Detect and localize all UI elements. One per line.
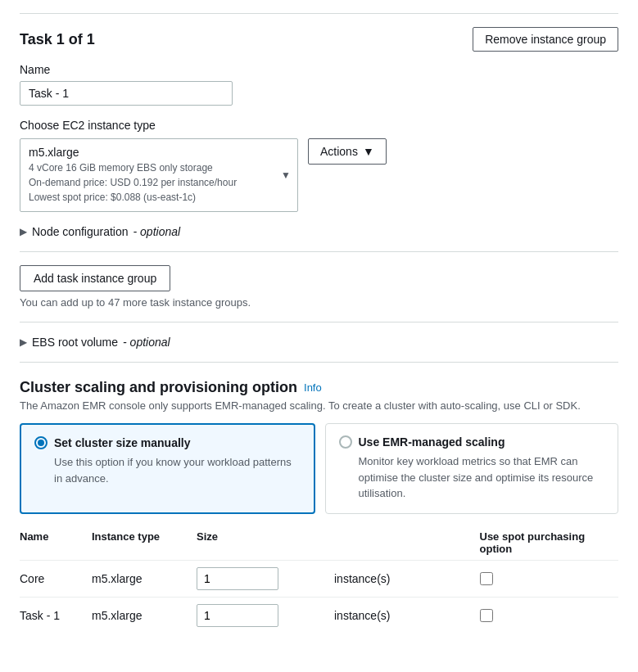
- col-instance-type-header: Instance type: [92, 530, 190, 555]
- task-title: Task 1 of 1: [20, 31, 95, 48]
- table-row: Core m5.xlarge instance(s): [20, 560, 618, 597]
- task1-size-input[interactable]: [197, 604, 278, 627]
- emr-managed-scaling-header: Use EMR-managed scaling: [339, 435, 605, 449]
- cluster-description: The Amazon EMR console only supports EMR…: [20, 399, 618, 412]
- ebs-label: EBS root volume: [32, 336, 118, 349]
- task1-instance-type: m5.xlarge: [92, 609, 190, 622]
- ec2-dropdown-arrow-icon: ▼: [281, 169, 291, 181]
- emr-managed-scaling-desc: Monitor key workload metrics so that EMR…: [359, 453, 605, 502]
- emr-managed-scaling-radio[interactable]: [339, 435, 352, 449]
- section-divider-2: [20, 322, 618, 322]
- set-cluster-size-desc: Use this option if you know your workloa…: [54, 454, 301, 486]
- set-cluster-size-radio[interactable]: [34, 436, 48, 449]
- core-instances-label: instance(s): [334, 572, 473, 585]
- core-name: Core: [20, 572, 85, 585]
- node-config-label: Node configuration: [32, 225, 129, 238]
- ebs-arrow-icon: ▶: [20, 336, 27, 348]
- core-size-cell: [197, 567, 328, 590]
- cluster-title: Cluster scaling and provisioning option: [20, 379, 297, 396]
- name-label: Name: [20, 63, 618, 76]
- task-header: Task 1 of 1 Remove instance group: [20, 27, 618, 52]
- name-input[interactable]: [20, 81, 233, 106]
- ebs-optional: - optional: [123, 336, 170, 349]
- set-cluster-size-label: Set cluster size manually: [54, 436, 191, 449]
- node-config-arrow-icon: ▶: [20, 226, 27, 237]
- name-field-container: Name: [20, 63, 618, 106]
- remove-instance-group-button[interactable]: Remove instance group: [473, 27, 618, 52]
- task1-name: Task - 1: [20, 609, 85, 622]
- core-spot-checkbox[interactable]: [480, 572, 493, 585]
- actions-dropdown-icon: ▼: [363, 145, 374, 158]
- actions-label: Actions: [320, 145, 358, 158]
- cluster-title-container: Cluster scaling and provisioning option …: [20, 379, 618, 396]
- ec2-section: Choose EC2 instance type m5.xlarge 4 vCo…: [20, 119, 618, 212]
- ec2-label: Choose EC2 instance type: [20, 119, 618, 132]
- ec2-detail3: Lowest spot price: $0.088 (us-east-1c): [29, 190, 271, 205]
- node-config-optional: - optional: [133, 225, 181, 238]
- add-task-instance-group-button[interactable]: Add task instance group: [20, 265, 170, 291]
- section-divider-1: [20, 251, 618, 252]
- top-divider: [20, 13, 618, 14]
- ebs-section: ▶ EBS root volume - optional: [20, 336, 618, 349]
- col-name-header: Name: [20, 530, 85, 555]
- core-instance-type: m5.xlarge: [92, 572, 190, 585]
- col-instances-header: [334, 530, 473, 555]
- ec2-detail2: On-demand price: USD 0.192 per instance/…: [29, 175, 271, 190]
- set-cluster-size-header: Set cluster size manually: [34, 436, 301, 449]
- table-row: Task - 1 m5.xlarge instance(s): [20, 597, 618, 634]
- emr-managed-scaling-label: Use EMR-managed scaling: [359, 435, 505, 449]
- task1-spot-checkbox[interactable]: [480, 609, 493, 622]
- ebs-collapsible[interactable]: ▶ EBS root volume - optional: [20, 336, 618, 349]
- ec2-instance-details: 4 vCore 16 GiB memory EBS only storage O…: [29, 160, 271, 205]
- ec2-instance-selector[interactable]: m5.xlarge 4 vCore 16 GiB memory EBS only…: [20, 138, 298, 212]
- instance-table-header: Name Instance type Size Use spot purchas…: [20, 530, 618, 560]
- ec2-row: m5.xlarge 4 vCore 16 GiB memory EBS only…: [20, 138, 618, 212]
- task1-instances-label: instance(s): [334, 609, 473, 622]
- add-task-hint: You can add up to 47 more task instance …: [20, 296, 618, 309]
- scaling-options: Set cluster size manually Use this optio…: [20, 423, 618, 514]
- set-cluster-size-option[interactable]: Set cluster size manually Use this optio…: [20, 423, 315, 514]
- instance-table: Name Instance type Size Use spot purchas…: [20, 530, 618, 634]
- node-config-section[interactable]: ▶ Node configuration - optional: [20, 225, 618, 238]
- cluster-info-link[interactable]: Info: [304, 381, 322, 394]
- emr-managed-scaling-option[interactable]: Use EMR-managed scaling Monitor key work…: [325, 423, 619, 514]
- ec2-detail1: 4 vCore 16 GiB memory EBS only storage: [29, 160, 271, 175]
- ec2-instance-name: m5.xlarge: [29, 146, 79, 159]
- section-divider-3: [20, 362, 618, 363]
- task1-size-cell: [197, 604, 328, 627]
- actions-button[interactable]: Actions ▼: [308, 138, 387, 165]
- col-size-header: Size: [197, 530, 328, 555]
- core-size-input[interactable]: [197, 567, 278, 590]
- cluster-section: Cluster scaling and provisioning option …: [20, 379, 618, 634]
- col-spot-header: Use spot purchasing option: [480, 530, 619, 555]
- add-task-container: Add task instance group You can add up t…: [20, 265, 618, 309]
